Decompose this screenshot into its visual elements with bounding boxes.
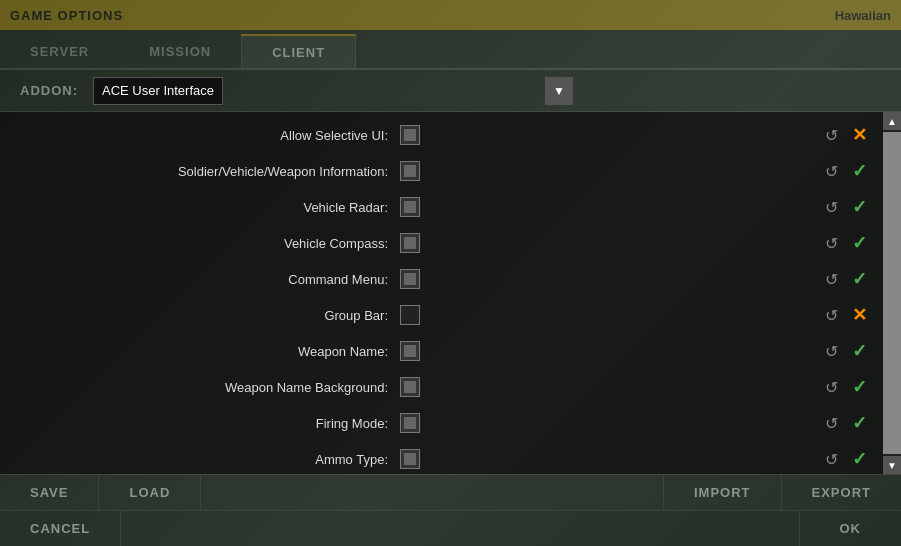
options-list: Allow Selective UI:↺✕Soldier/Vehicle/Wea… <box>0 112 883 474</box>
option-row-vehicle-radar: Vehicle Radar:↺✓ <box>0 189 883 225</box>
reset-button-firing-mode[interactable]: ↺ <box>817 409 845 437</box>
status-icon-weapon-name: ✓ <box>845 337 873 365</box>
option-row-firing-mode: Firing Mode:↺✓ <box>0 405 883 441</box>
option-label-vehicle-compass: Vehicle Compass: <box>0 236 400 251</box>
option-checkbox-vehicle-radar[interactable] <box>400 197 420 217</box>
addon-select[interactable]: ACE User Interface <box>93 77 223 105</box>
reset-button-group-bar[interactable]: ↺ <box>817 301 845 329</box>
option-checkbox-command-menu[interactable] <box>400 269 420 289</box>
option-row-allow-selective-ui: Allow Selective UI:↺✕ <box>0 117 883 153</box>
reset-button-soldier-vehicle-weapon[interactable]: ↺ <box>817 157 845 185</box>
reset-button-vehicle-radar[interactable]: ↺ <box>817 193 845 221</box>
status-icon-firing-mode: ✓ <box>845 409 873 437</box>
reset-button-allow-selective-ui[interactable]: ↺ <box>817 121 845 149</box>
option-label-ammo-type: Ammo Type: <box>0 452 400 467</box>
option-checkbox-soldier-vehicle-weapon[interactable] <box>400 161 420 181</box>
option-label-vehicle-radar: Vehicle Radar: <box>0 200 400 215</box>
status-icon-allow-selective-ui: ✕ <box>845 121 873 149</box>
reset-button-weapon-name[interactable]: ↺ <box>817 337 845 365</box>
option-row-soldier-vehicle-weapon: Soldier/Vehicle/Weapon Information:↺✓ <box>0 153 883 189</box>
option-checkbox-firing-mode[interactable] <box>400 413 420 433</box>
option-checkbox-group-bar[interactable] <box>400 305 420 325</box>
option-label-command-menu: Command Menu: <box>0 272 400 287</box>
reset-button-ammo-type[interactable]: ↺ <box>817 445 845 473</box>
option-label-soldier-vehicle-weapon: Soldier/Vehicle/Weapon Information: <box>0 164 400 179</box>
status-icon-soldier-vehicle-weapon: ✓ <box>845 157 873 185</box>
option-label-group-bar: Group Bar: <box>0 308 400 323</box>
status-icon-weapon-name-bg: ✓ <box>845 373 873 401</box>
option-row-ammo-type: Ammo Type:↺✓ <box>0 441 883 474</box>
scrollbar-down-button[interactable]: ▼ <box>883 456 901 474</box>
option-label-allow-selective-ui: Allow Selective UI: <box>0 128 400 143</box>
option-checkbox-allow-selective-ui[interactable] <box>400 125 420 145</box>
reset-button-vehicle-compass[interactable]: ↺ <box>817 229 845 257</box>
reset-button-command-menu[interactable]: ↺ <box>817 265 845 293</box>
addon-dropdown-arrow-icon: ▼ <box>545 77 573 105</box>
option-row-weapon-name: Weapon Name:↺✓ <box>0 333 883 369</box>
status-icon-vehicle-compass: ✓ <box>845 229 873 257</box>
scrollbar-up-button[interactable]: ▲ <box>883 112 901 130</box>
status-icon-group-bar: ✕ <box>845 301 873 329</box>
status-icon-ammo-type: ✓ <box>845 445 873 473</box>
option-checkbox-ammo-type[interactable] <box>400 449 420 469</box>
status-icon-vehicle-radar: ✓ <box>845 193 873 221</box>
option-checkbox-weapon-name-bg[interactable] <box>400 377 420 397</box>
option-row-command-menu: Command Menu:↺✓ <box>0 261 883 297</box>
option-checkbox-vehicle-compass[interactable] <box>400 233 420 253</box>
option-row-vehicle-compass: Vehicle Compass:↺✓ <box>0 225 883 261</box>
scrollbar-thumb[interactable] <box>883 132 901 454</box>
option-row-group-bar: Group Bar:↺✕ <box>0 297 883 333</box>
option-checkbox-weapon-name[interactable] <box>400 341 420 361</box>
addon-select-wrapper: ACE User Interface ▼ <box>93 77 573 105</box>
status-icon-command-menu: ✓ <box>845 265 873 293</box>
scrollbar-track: ▲ ▼ <box>883 112 901 474</box>
option-label-firing-mode: Firing Mode: <box>0 416 400 431</box>
option-row-weapon-name-bg: Weapon Name Background:↺✓ <box>0 369 883 405</box>
reset-button-weapon-name-bg[interactable]: ↺ <box>817 373 845 401</box>
option-label-weapon-name: Weapon Name: <box>0 344 400 359</box>
content-area: Allow Selective UI:↺✕Soldier/Vehicle/Wea… <box>0 112 901 474</box>
option-label-weapon-name-bg: Weapon Name Background: <box>0 380 400 395</box>
